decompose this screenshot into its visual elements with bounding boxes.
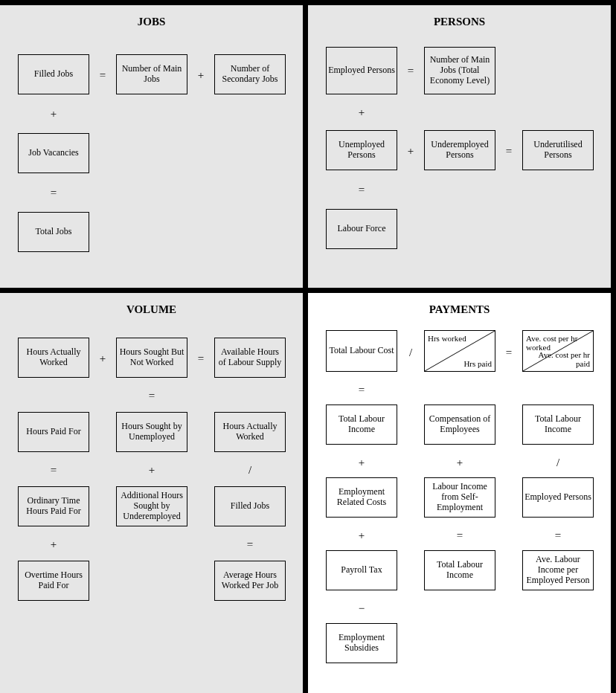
box-tli2: Total Labour Income xyxy=(522,404,594,445)
op: = xyxy=(503,145,515,157)
op: + xyxy=(356,457,368,468)
op: + xyxy=(48,538,60,550)
op: = xyxy=(405,65,417,77)
acw: Ave. cost per hr worked xyxy=(526,334,593,352)
box-tlc: Total Labour Cost xyxy=(326,330,397,372)
box-avg: Average Hours Worked Per Job xyxy=(214,561,286,601)
acp: Ave. cost per hr paid xyxy=(523,350,590,368)
box-avail: Available Hours of Labour Supply xyxy=(214,338,286,378)
box-hsnw: Hours Sought But Not Worked xyxy=(116,338,187,378)
box-unemp: Unemployed Persons xyxy=(326,130,397,170)
box-underemp: Underemployed Persons xyxy=(424,130,495,170)
box-pt: Payroll Tax xyxy=(326,550,397,590)
op: = xyxy=(356,184,368,196)
box-fj: Filled Jobs xyxy=(214,486,286,526)
box-tli3: Total Labour Income xyxy=(424,550,495,590)
op: = xyxy=(146,390,158,402)
box-othpf: Ordinary Time Hours Paid For xyxy=(18,486,89,526)
box-underutil: Underutilised Persons xyxy=(522,130,594,170)
op: = xyxy=(454,529,466,541)
op: = xyxy=(356,384,368,396)
op: + xyxy=(356,106,368,118)
box-avecost-split: Ave. cost per hr worked Ave. cost per hr… xyxy=(522,330,594,372)
op: + xyxy=(195,69,207,81)
box-avg-inc: Ave. Labour Income per Employed Person xyxy=(522,550,594,590)
hrs-paid: Hrs paid xyxy=(463,359,492,368)
box-total-jobs: Total Jobs xyxy=(18,212,89,252)
op: / xyxy=(244,464,256,476)
quad-persons: PERSONS Employed Persons = Number of Mai… xyxy=(308,5,611,288)
op: = xyxy=(48,187,60,199)
op: + xyxy=(146,464,158,476)
op: + xyxy=(48,108,60,120)
op: = xyxy=(48,464,60,476)
box-erc: Employment Related Costs xyxy=(326,477,397,518)
quad-jobs: JOBS Filled Jobs = Number of Main Jobs +… xyxy=(0,5,303,288)
op: + xyxy=(405,145,417,157)
box-es: Employment Subsidies xyxy=(326,623,397,663)
box-emp-persons: Employed Persons xyxy=(326,47,397,94)
op: = xyxy=(552,529,564,541)
op: / xyxy=(405,346,417,358)
box-hrs-split: Hrs worked Hrs paid xyxy=(424,330,495,372)
box-coe: Compensation of Employees xyxy=(424,404,495,445)
box-hpf: Hours Paid For xyxy=(18,412,89,452)
op: = xyxy=(503,346,515,358)
quad-volume: VOLUME Hours Actually Worked + Hours Sou… xyxy=(0,293,303,693)
op: = xyxy=(244,538,256,550)
hrs-worked: Hrs worked xyxy=(428,334,466,343)
box-haw2: Hours Actually Worked xyxy=(214,412,286,452)
box-n-sec: Number of Secondary Jobs xyxy=(214,54,286,94)
jobs-title: JOBS xyxy=(0,16,303,28)
box-lise: Labour Income from Self-Employment xyxy=(424,477,495,518)
box-haw: Hours Actually Worked xyxy=(18,338,89,378)
box-ohpf: Overtime Hours Paid For xyxy=(18,561,89,601)
op: + xyxy=(356,529,368,541)
box-ep: Employed Persons xyxy=(522,477,594,518)
box-vacancies: Job Vacancies xyxy=(18,133,89,173)
box-filled-jobs: Filled Jobs xyxy=(18,54,89,94)
op: + xyxy=(97,352,109,364)
op: = xyxy=(195,352,207,364)
box-ahsu: Additional Hours Sought by Underemployed xyxy=(116,486,187,526)
volume-title: VOLUME xyxy=(0,303,303,316)
persons-title: PERSONS xyxy=(308,16,611,28)
payments-title: PAYMENTS xyxy=(308,303,611,316)
box-hsu: Hours Sought by Unemployed xyxy=(116,412,187,452)
quad-payments: PAYMENTS Total Labour Cost / Hrs worked … xyxy=(308,293,611,693)
op: + xyxy=(454,457,466,468)
op: / xyxy=(552,457,564,468)
op: = xyxy=(97,69,109,81)
box-main-total: Number of Main Jobs (Total Economy Level… xyxy=(424,47,495,94)
box-labour-force: Labour Force xyxy=(326,209,397,249)
op: − xyxy=(356,602,368,614)
box-tli: Total Labour Income xyxy=(326,404,397,445)
box-n-main: Number of Main Jobs xyxy=(116,54,187,94)
